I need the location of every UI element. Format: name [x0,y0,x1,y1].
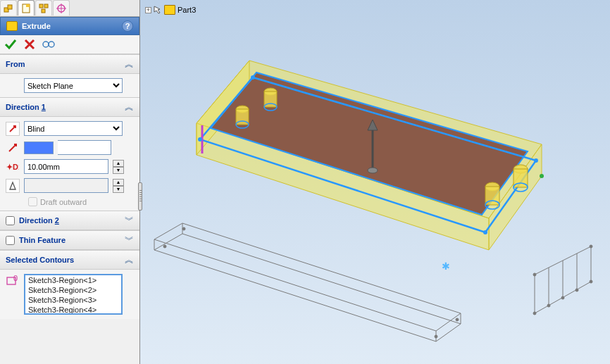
draft-outward-label: Draft outward [40,198,87,206]
svg-point-11 [49,42,54,47]
list-item[interactable]: Sketch3-Region<4> [25,305,121,315]
end-condition-select[interactable]: Blind [24,121,123,136]
section-from-label: From [6,60,25,68]
section-thin-feature-label: Thin Feature [19,236,66,244]
svg-point-56 [198,137,202,142]
list-item[interactable]: Sketch3-Region<1> [25,275,121,285]
svg-point-59 [251,75,255,80]
chevron-down-icon: ︾ [125,234,134,246]
direction-vector-icon[interactable] [6,141,20,155]
svg-point-34 [547,304,550,307]
tab-property-manager[interactable] [18,0,35,15]
svg-text:0: 0 [13,275,18,282]
section-direction1-header[interactable]: Direction 1 ︽ [0,98,139,117]
svg-point-24 [456,318,459,321]
tab-configuration-manager[interactable] [35,0,52,15]
graphics-viewport[interactable]: + Part3 ✱ [140,0,610,364]
tab-feature-manager[interactable] [0,0,17,15]
panel-title-bar: Extrude ? [0,17,139,35]
section-selected-contours: Selected Contours ︽ 0 Sketch3-Region<1> … [0,250,139,319]
chevron-up-icon: ︽ [125,58,134,70]
svg-rect-4 [39,4,43,8]
list-item[interactable]: Sketch3-Region<3> [25,295,121,305]
cancel-button[interactable] [24,39,35,50]
section-thin-feature: Thin Feature ︾ [0,230,139,250]
svg-rect-3 [26,4,30,7]
from-plane-select[interactable]: Sketch Plane [24,78,123,93]
svg-point-58 [534,158,538,163]
svg-point-22 [163,245,166,248]
property-manager-panel: Extrude ? From ︽ Sketch Plane Direction … [0,0,140,364]
svg-rect-5 [44,4,48,8]
svg-point-35 [561,296,564,299]
list-item[interactable]: Sketch3-Region<2> [25,285,121,295]
depth-decrease-button[interactable]: ▼ [113,167,124,174]
svg-point-23 [435,335,437,338]
section-from: From ︽ Sketch Plane [0,54,139,97]
direction2-checkbox[interactable] [6,216,15,225]
model-scene [140,0,610,364]
section-selected-contours-label: Selected Contours [6,256,74,264]
draft-spinner: ▲ ▼ [113,179,124,193]
svg-point-30 [533,273,536,276]
svg-point-25 [182,227,185,230]
svg-text:✦D1: ✦D1 [6,163,19,171]
chevron-up-icon: ︽ [125,253,134,266]
reverse-direction-button[interactable] [6,122,20,136]
svg-point-63 [368,168,378,173]
direction-selection-box[interactable] [24,142,54,154]
chevron-up-icon: ︽ [125,101,134,113]
depth-increase-button[interactable]: ▲ [113,160,124,167]
svg-point-32 [590,280,592,283]
config-icon [39,4,49,13]
svg-point-36 [575,289,578,291]
svg-point-10 [43,42,49,47]
section-selected-contours-header[interactable]: Selected Contours ︽ [0,251,139,270]
tab-dimxpert[interactable] [53,0,70,15]
section-direction2-label: Direction 2 [19,216,59,225]
draft-button[interactable] [6,179,20,193]
section-direction1: Direction 1 ︽ Blind ✦D1 [0,97,139,211]
draft-decrease-button[interactable]: ▼ [113,186,124,193]
contours-listbox[interactable]: Sketch3-Region<1> Sketch3-Region<2> Sket… [24,274,123,315]
panel-title-text: Extrude [22,22,51,30]
action-bar [0,35,139,54]
section-from-header[interactable]: From ︽ [0,55,139,74]
svg-point-33 [533,312,536,315]
draft-increase-button[interactable]: ▲ [113,179,124,186]
depth-icon: ✦D1 [6,160,20,174]
assembly-icon [4,4,13,13]
svg-point-60 [540,174,544,178]
svg-rect-1 [8,5,12,9]
property-icon [21,4,31,13]
section-thin-feature-header[interactable]: Thin Feature ︾ [0,231,139,250]
chevron-down-icon: ︾ [125,214,134,227]
draft-outward-checkbox[interactable] [28,197,37,206]
section-direction1-label: Direction 1 [6,103,46,111]
svg-marker-16 [154,234,461,341]
ok-button[interactable] [4,38,17,51]
depth-spinner: ▲ ▼ [113,160,124,174]
depth-input[interactable] [24,159,108,174]
svg-point-57 [483,230,487,234]
extrude-icon [6,21,18,31]
crosshair-icon [56,4,66,13]
draft-angle-input[interactable] [24,178,108,193]
section-direction2-header[interactable]: Direction 2 ︾ [0,211,139,230]
svg-rect-6 [42,9,45,13]
section-direction2: Direction 2 ︾ [0,211,139,230]
thin-feature-checkbox[interactable] [6,236,15,245]
detailed-preview-button[interactable] [42,39,56,50]
contour-icon: 0 [6,274,20,288]
direction-reference-field[interactable] [58,140,111,155]
panel-tabs [0,0,139,17]
help-button[interactable]: ? [122,20,133,32]
svg-point-31 [590,245,592,248]
